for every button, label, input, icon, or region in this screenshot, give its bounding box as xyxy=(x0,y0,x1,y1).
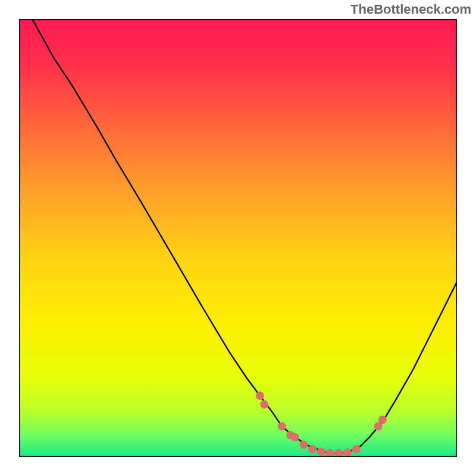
data-marker xyxy=(334,449,343,457)
data-marker xyxy=(308,445,317,453)
data-marker xyxy=(352,445,361,453)
data-marker xyxy=(378,415,387,424)
data-marker xyxy=(291,433,299,441)
watermark-text: TheBottleneck.com xyxy=(350,2,471,17)
gradient-background xyxy=(19,19,457,457)
data-marker xyxy=(299,440,308,449)
chart-container: TheBottleneck.com xyxy=(0,0,476,476)
chart-svg xyxy=(19,19,457,457)
data-marker xyxy=(317,447,325,456)
data-marker xyxy=(256,392,264,400)
data-marker xyxy=(278,422,286,430)
data-marker xyxy=(343,449,352,457)
data-marker xyxy=(260,400,268,409)
data-marker xyxy=(326,449,334,457)
